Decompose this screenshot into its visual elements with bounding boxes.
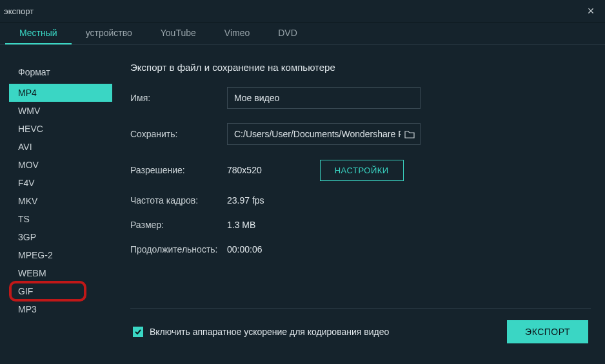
check-icon: [134, 328, 142, 336]
format-item-mov[interactable]: MOV: [9, 156, 112, 174]
folder-icon[interactable]: [404, 129, 415, 139]
panel-heading: Экспорт в файл и сохранение на компьютер…: [130, 62, 591, 73]
hwaccel-checkbox[interactable]: [133, 327, 143, 337]
hwaccel-option: Включить аппаратное ускорение для кодиро…: [133, 327, 389, 337]
tab-vimeo[interactable]: Vimeo: [210, 23, 264, 44]
format-item-mp3[interactable]: MP3: [9, 300, 112, 318]
row-size: Размер: 1.3 MB: [130, 220, 591, 230]
fps-value: 23.97 fps: [227, 195, 264, 206]
close-button[interactable]: ×: [584, 5, 597, 18]
format-item-mpeg2[interactable]: MPEG-2: [9, 246, 112, 264]
export-window: экспорт × Местный устройство YouTube Vim…: [0, 0, 605, 364]
size-value: 1.3 MB: [227, 220, 255, 230]
name-label: Имя:: [130, 93, 227, 103]
tab-device[interactable]: устройство: [72, 23, 146, 44]
export-button[interactable]: ЭКСПОРТ: [507, 320, 588, 343]
window-title: экспорт: [4, 6, 34, 16]
size-label: Размер:: [130, 220, 227, 230]
export-tabs: Местный устройство YouTube Vimeo DVD: [0, 23, 605, 45]
settings-button[interactable]: НАСТРОЙКИ: [320, 160, 404, 181]
format-item-f4v[interactable]: F4V: [9, 174, 112, 192]
row-fps: Частота кадров: 23.97 fps: [130, 195, 591, 206]
export-settings-panel: Экспорт в файл и сохранение на компьютер…: [128, 57, 596, 355]
row-duration: Продолжительность: 00:00:06: [130, 244, 591, 254]
save-path-text: C:/Users/User/Documents/Wondershare Film…: [234, 129, 401, 139]
duration-label: Продолжительность:: [130, 244, 227, 254]
row-name: Имя:: [130, 87, 591, 109]
format-item-avi[interactable]: AVI: [9, 138, 112, 156]
fps-label: Частота кадров:: [130, 195, 227, 206]
row-save: Сохранить: C:/Users/User/Documents/Wonde…: [130, 123, 591, 145]
format-item-mkv[interactable]: MKV: [9, 192, 112, 210]
hwaccel-label: Включить аппаратное ускорение для кодиро…: [150, 327, 389, 337]
format-item-hevc[interactable]: HEVC: [9, 120, 112, 138]
format-item-wmv[interactable]: WMV: [9, 102, 112, 120]
bottom-bar: Включить аппаратное ускорение для кодиро…: [130, 308, 591, 355]
export-body: Формат MP4 WMV HEVC AVI MOV F4V MKV TS 3…: [0, 45, 605, 364]
tab-dvd[interactable]: DVD: [264, 23, 312, 44]
format-item-webm[interactable]: WEBM: [9, 264, 112, 282]
format-item-mp4[interactable]: MP4: [9, 84, 112, 102]
duration-value: 00:00:06: [227, 244, 263, 254]
save-path-field[interactable]: C:/Users/User/Documents/Wondershare Film…: [227, 123, 421, 145]
format-item-ts[interactable]: TS: [9, 210, 112, 228]
name-input[interactable]: [227, 87, 421, 109]
format-sidebar: Формат MP4 WMV HEVC AVI MOV F4V MKV TS 3…: [9, 57, 112, 355]
format-item-3gp[interactable]: 3GP: [9, 228, 112, 246]
save-label: Сохранить:: [130, 129, 227, 139]
tab-local[interactable]: Местный: [5, 23, 72, 44]
format-item-gif[interactable]: GIF: [9, 282, 112, 300]
row-resolution: Разрешение: 780x520 НАСТРОЙКИ: [130, 159, 591, 181]
format-heading: Формат: [9, 62, 112, 84]
tab-youtube[interactable]: YouTube: [146, 23, 210, 44]
resolution-label: Разрешение:: [130, 165, 227, 175]
resolution-value: 780x520: [227, 165, 262, 175]
titlebar: экспорт ×: [0, 0, 605, 23]
